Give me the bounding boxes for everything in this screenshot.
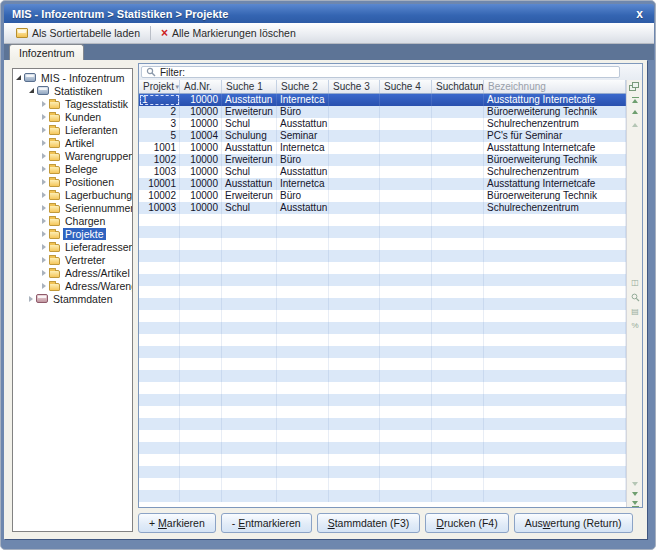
table-row-empty[interactable] <box>139 286 626 298</box>
tree-item-positionen[interactable]: Positionen <box>13 175 132 188</box>
load-sort-table-button[interactable]: Als Sortiertabelle laden <box>10 25 146 41</box>
tree-item-projekte[interactable]: Projekte <box>13 227 132 240</box>
table-row-empty[interactable] <box>139 382 626 394</box>
table-row[interactable]: 1000110000AusstattunInternetcaAusstattun… <box>139 178 626 190</box>
table-row-empty[interactable] <box>139 346 626 358</box>
table-row-empty[interactable] <box>139 310 626 322</box>
tree-collapsed-icon[interactable] <box>42 127 46 133</box>
scroll-down-icon[interactable] <box>627 492 643 496</box>
table-row-empty[interactable] <box>139 238 626 250</box>
tree-collapsed-icon[interactable] <box>42 205 46 211</box>
tree-item-lieferadressen[interactable]: Lieferadressen <box>13 240 132 253</box>
scroll-to-top-icon[interactable] <box>627 97 643 103</box>
tree-collapsed-icon[interactable] <box>42 140 46 146</box>
table-row-empty[interactable] <box>139 490 626 502</box>
tree-item-belege[interactable]: Belege <box>13 162 132 175</box>
tree-expanded-icon[interactable] <box>16 75 21 80</box>
tree-item-warengruppen[interactable]: Warengruppen <box>13 149 132 162</box>
table-row-empty[interactable] <box>139 430 626 442</box>
table-row-empty[interactable] <box>139 418 626 430</box>
table-row-empty[interactable] <box>139 298 626 310</box>
table-row[interactable]: 1000210000ErweiterunBüroBüroerweiterung … <box>139 190 626 202</box>
tree-expanded-icon[interactable] <box>29 88 34 93</box>
table-row-empty[interactable] <box>139 274 626 286</box>
columns-icon[interactable]: ◫ <box>627 279 643 287</box>
column-header-bezeichnung[interactable]: Bezeichnung <box>484 80 626 93</box>
tree-collapsed-icon[interactable] <box>42 192 46 198</box>
grid-icon[interactable]: ▤ <box>627 308 643 316</box>
tree-item-tagesstatistik[interactable]: Tagesstatistik <box>13 97 132 110</box>
table-row-empty[interactable] <box>139 394 626 406</box>
tree-collapsed-icon[interactable] <box>42 101 46 107</box>
zoom-icon[interactable] <box>627 293 643 302</box>
column-header-ad-nr[interactable]: Ad.Nr. <box>180 80 222 93</box>
tree-collapsed-icon[interactable] <box>42 270 46 276</box>
tree-item-artikel[interactable]: Artikel <box>13 136 132 149</box>
clear-marks-button[interactable]: × Alle Markierungen löschen <box>155 25 302 41</box>
table-row[interactable]: 210000ErweiterunBüroBüroerweiterung Tech… <box>139 106 626 118</box>
table-row-empty[interactable] <box>139 466 626 478</box>
table-row-empty[interactable] <box>139 442 626 454</box>
table-row[interactable]: 100310000SchulAusstattunSchulrechenzentr… <box>139 166 626 178</box>
tree-item-mis-infozentrum[interactable]: MIS - Infozentrum <box>13 71 132 84</box>
tree-item-adress-artikel[interactable]: Adress/Artikel <box>13 266 132 279</box>
table-row[interactable]: 510004SchulungSeminarPC's für Seminar <box>139 130 626 142</box>
close-icon[interactable]: x <box>633 7 646 21</box>
table-row-empty[interactable] <box>139 262 626 274</box>
tree-item-stammdaten[interactable]: Stammdaten <box>13 292 132 305</box>
percent-icon[interactable]: % <box>627 322 643 330</box>
cell-bezeichnung <box>484 382 626 394</box>
tree-item-chargen[interactable]: Chargen <box>13 214 132 227</box>
table-row-empty[interactable] <box>139 322 626 334</box>
table-row-empty[interactable] <box>139 214 626 226</box>
tree-collapsed-icon[interactable] <box>42 244 46 250</box>
table-row-empty[interactable] <box>139 406 626 418</box>
tree-item-lieferanten[interactable]: Lieferanten <box>13 123 132 136</box>
table-row-empty[interactable] <box>139 226 626 238</box>
scroll-up-pale-icon[interactable] <box>627 123 643 127</box>
column-header-suche-4[interactable]: Suche 4 <box>380 80 432 93</box>
table-row[interactable]: 100110000AusstattunInternetcaAusstattung… <box>139 142 626 154</box>
table-row-empty[interactable] <box>139 334 626 346</box>
tree-collapsed-icon[interactable] <box>42 166 46 172</box>
column-header-suche-2[interactable]: Suche 2 <box>277 80 329 93</box>
auswertung-return-button[interactable]: Auswertung (Return) <box>514 513 633 533</box>
stammdaten-f3-button[interactable]: Stammdaten (F3) <box>317 513 421 533</box>
scroll-up-icon[interactable] <box>627 110 643 114</box>
tree-collapsed-icon[interactable] <box>29 296 33 302</box>
column-select-icon[interactable] <box>629 82 640 92</box>
table-row[interactable]: 100210000ErweiterunBüroBüroerweiterung T… <box>139 154 626 166</box>
tree-item-vertreter[interactable]: Vertreter <box>13 253 132 266</box>
table-row-empty[interactable] <box>139 358 626 370</box>
tree-collapsed-icon[interactable] <box>42 231 46 237</box>
tree-item-kunden[interactable]: Kunden <box>13 110 132 123</box>
markieren-button[interactable]: + Markieren <box>138 513 216 533</box>
table-row-empty[interactable] <box>139 370 626 382</box>
table-row-empty[interactable] <box>139 478 626 490</box>
table-row[interactable]: 310000SchulAusstattunSchulrechenzentrum <box>139 118 626 130</box>
tree-item-lagerbuchungen[interactable]: Lagerbuchungen <box>13 188 132 201</box>
column-header-suchdatum[interactable]: Suchdatum <box>432 80 484 93</box>
tree-item-seriennummern[interactable]: Seriennummern <box>13 201 132 214</box>
table-row-empty[interactable] <box>139 250 626 262</box>
table-row[interactable]: 1000310000SchulAusstattunSchulrechenzent… <box>139 202 626 214</box>
scroll-down-pale-icon[interactable] <box>627 482 643 486</box>
tree-collapsed-icon[interactable] <box>42 283 46 289</box>
tree-collapsed-icon[interactable] <box>42 218 46 224</box>
column-header-projekt[interactable]: Projekt▼ <box>139 80 180 93</box>
tree-item-statistiken[interactable]: Statistiken <box>13 84 132 97</box>
tree-collapsed-icon[interactable] <box>42 179 46 185</box>
drucken-f4-button[interactable]: Drucken (F4) <box>425 513 508 533</box>
table-row[interactable]: 110000AusstattunInternetcaAusstattung In… <box>139 94 626 106</box>
tree-collapsed-icon[interactable] <box>42 153 46 159</box>
tree-item-adress-warengruppen[interactable]: Adress/Warengruppen <box>13 279 132 292</box>
scroll-to-bottom-icon[interactable] <box>627 501 643 507</box>
table-row-empty[interactable] <box>139 454 626 466</box>
tab-infozentrum[interactable]: Infozentrum <box>9 44 84 60</box>
tree-collapsed-icon[interactable] <box>42 257 46 263</box>
tree-collapsed-icon[interactable] <box>42 114 46 120</box>
column-header-suche-3[interactable]: Suche 3 <box>329 80 380 93</box>
column-header-suche-1[interactable]: Suche 1 <box>222 80 277 93</box>
filter-input[interactable]: Filter: <box>141 66 620 78</box>
entmarkieren-button[interactable]: - Entmarkieren <box>221 513 312 533</box>
